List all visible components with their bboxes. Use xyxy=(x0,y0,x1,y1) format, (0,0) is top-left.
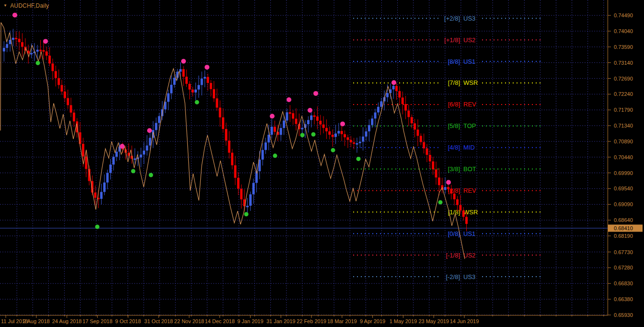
murrey-bracket-label: [-1/8] xyxy=(446,252,460,259)
price-axis[interactable]: 0.744900.740400.735900.731400.726900.722… xyxy=(608,12,643,318)
candle-body xyxy=(140,154,142,157)
sell-signal-dot xyxy=(391,80,396,85)
candle-body xyxy=(21,42,23,47)
murrey-bracket-label: [0/8] xyxy=(448,230,460,237)
candle-body xyxy=(286,112,288,120)
murrey-name-label: US3 xyxy=(463,15,475,22)
candle-body xyxy=(438,177,440,185)
candle-body xyxy=(435,169,437,177)
sell-signal-dot xyxy=(270,114,275,118)
price-label: 0.67280 xyxy=(614,265,633,270)
murrey-name-label: US2 xyxy=(463,36,475,44)
candle-body xyxy=(18,39,21,42)
price-label: 0.70890 xyxy=(614,139,633,144)
candle-body xyxy=(106,173,109,183)
candle-body xyxy=(61,85,63,92)
candle-body xyxy=(30,53,33,55)
candle-body xyxy=(319,121,322,125)
price-label: 0.68190 xyxy=(614,233,633,239)
candle-body xyxy=(67,98,69,105)
sell-signal-dot xyxy=(120,144,125,149)
buy-signal-dot xyxy=(356,157,361,161)
time-axis[interactable]: 11 Jul 20182 Aug 201824 Aug 201817 Sep 2… xyxy=(1,315,604,324)
candle-body xyxy=(115,152,118,157)
murrey-name-label: REV xyxy=(463,101,476,108)
candle-body xyxy=(179,69,182,71)
candle-body xyxy=(392,86,395,89)
date-label: 17 Sep 2018 xyxy=(82,318,112,324)
candle-body xyxy=(362,137,364,142)
murrey-name-label: REV xyxy=(463,187,476,194)
candle-body xyxy=(73,113,75,121)
candle-body xyxy=(155,123,157,130)
candle-body xyxy=(219,107,221,117)
candle-body xyxy=(42,50,45,52)
candle-body xyxy=(344,134,346,138)
sell-signal-dot xyxy=(12,12,17,17)
candle-body xyxy=(328,131,331,135)
candle-body xyxy=(429,155,431,162)
grid xyxy=(0,0,608,315)
date-label: 18 Mar 2019 xyxy=(327,318,357,324)
candle-body xyxy=(237,178,240,189)
sell-signal-dot xyxy=(446,180,451,185)
candle-body xyxy=(158,116,161,123)
date-label: 9 Jan 2019 xyxy=(237,318,263,324)
symbol-label: ▼ AUDCHF,Daily xyxy=(3,2,49,9)
sell-signal-dot xyxy=(181,59,186,64)
candle-body xyxy=(459,205,461,211)
price-label: 0.74040 xyxy=(614,28,633,34)
candle-body xyxy=(207,77,209,83)
candle-body xyxy=(386,93,389,97)
candle-body xyxy=(289,112,291,114)
buy-signal-dot xyxy=(131,169,136,173)
date-label: 24 Aug 2018 xyxy=(52,318,82,324)
candle-body xyxy=(377,107,380,113)
buy-signal-dot xyxy=(300,133,305,137)
murrey-bracket-label: [+2/8] xyxy=(444,15,460,22)
buy-signal-dot xyxy=(438,200,443,204)
murrey-name-label: BOT xyxy=(463,165,476,173)
candles xyxy=(3,29,468,231)
murrey-bracket-label: [6/8] xyxy=(448,101,460,108)
candle-body xyxy=(271,127,273,135)
candle-body xyxy=(307,120,310,124)
candle-body xyxy=(426,148,428,155)
candle-body xyxy=(46,51,48,56)
candle-body xyxy=(356,143,358,145)
candle-body xyxy=(183,69,185,77)
date-label: 31 Oct 2018 xyxy=(144,318,173,324)
candle-body xyxy=(456,199,459,205)
candle-body xyxy=(143,151,145,154)
candle-body xyxy=(350,140,352,142)
candle-body xyxy=(231,153,233,165)
candle-body xyxy=(213,89,215,98)
buy-signal-dot xyxy=(149,173,153,177)
signal-dots xyxy=(12,12,451,229)
murrey-bracket-label: [2/8] xyxy=(448,187,460,194)
candle-body xyxy=(301,128,303,129)
price-label: 0.68640 xyxy=(614,217,633,223)
candle-body xyxy=(234,165,236,178)
candle-body xyxy=(337,131,340,133)
candle-body xyxy=(359,142,361,143)
candle-body xyxy=(395,86,398,91)
price-label: 0.73590 xyxy=(614,44,633,50)
murrey-name-label: TOP xyxy=(463,122,476,129)
candle-body xyxy=(94,193,96,198)
price-label: 0.72240 xyxy=(614,91,633,97)
price-label: 0.69540 xyxy=(614,186,633,191)
chart-canvas[interactable]: [+2/8]US3[+1/8]US2[8/8]US1[7/8]WSR[6/8]R… xyxy=(0,0,644,327)
candle-body xyxy=(407,111,410,117)
price-label: 0.66380 xyxy=(614,296,633,302)
candle-body xyxy=(6,44,8,48)
candle-body xyxy=(432,162,434,170)
candle-body xyxy=(334,133,337,137)
symbol-label-text: AUDCHF,Daily xyxy=(10,2,49,9)
candle-body xyxy=(253,183,255,194)
candle-body xyxy=(173,78,175,85)
candle-body xyxy=(170,85,172,93)
date-label: 23 May 2019 xyxy=(418,318,449,324)
candle-body xyxy=(292,113,294,118)
sell-signal-dot xyxy=(43,39,48,44)
